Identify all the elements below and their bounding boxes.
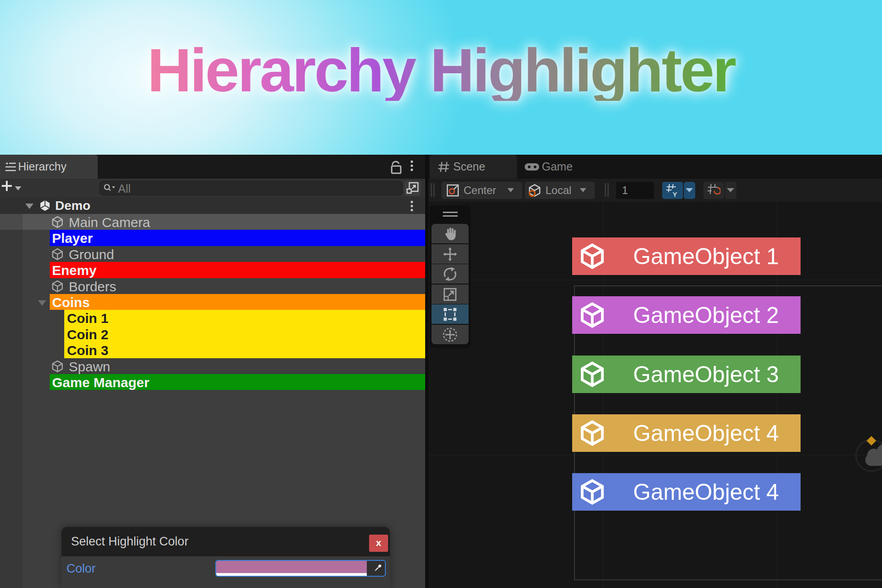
svg-text:Y: Y [673,190,677,198]
